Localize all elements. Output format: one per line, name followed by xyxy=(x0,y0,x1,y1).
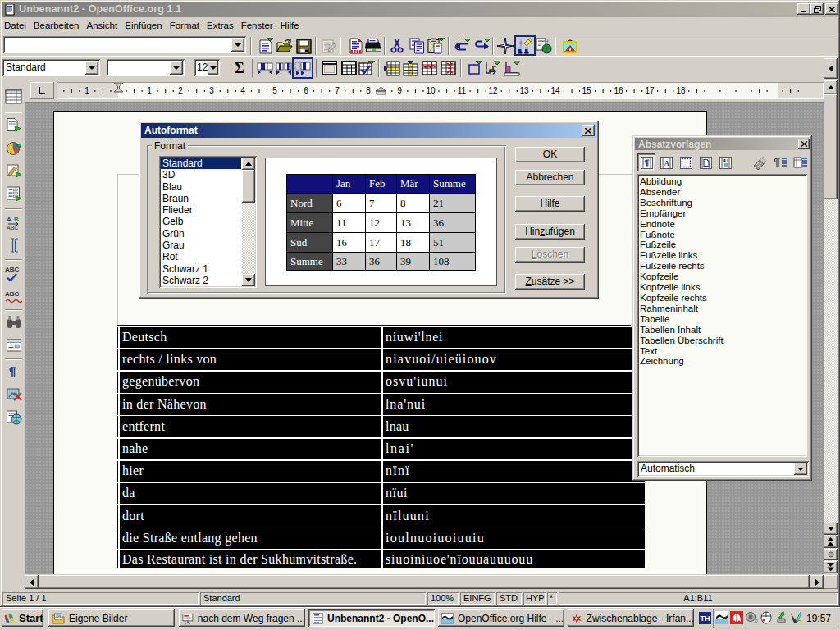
svg-text:B: B xyxy=(14,216,19,223)
svg-text:ABC: ABC xyxy=(7,225,18,231)
svg-text:A: A xyxy=(7,216,11,223)
svg-text:A: A xyxy=(664,159,669,167)
svg-text:ABC: ABC xyxy=(5,266,20,273)
svg-text:ABC: ABC xyxy=(5,290,20,298)
